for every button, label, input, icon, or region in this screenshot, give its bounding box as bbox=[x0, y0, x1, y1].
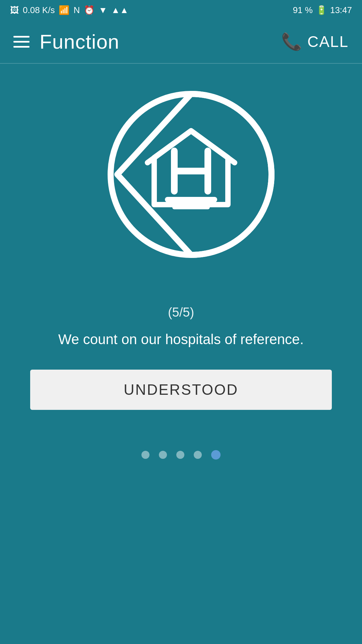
page-title: Function bbox=[40, 30, 119, 53]
phone-icon: 📞 bbox=[281, 32, 303, 51]
signal-icon: ▲▲ bbox=[111, 5, 128, 15]
dot-1[interactable] bbox=[141, 451, 149, 459]
text-section: (5/5) We count on our hospitals of refer… bbox=[32, 305, 330, 370]
main-content: (5/5) We count on our hospitals of refer… bbox=[0, 64, 362, 644]
network-speed: 0.08 K/s bbox=[23, 5, 55, 15]
status-bar: 🖼 0.08 K/s 📶 N ⏰ ▼ ▲▲ 91 % 🔋 13:47 bbox=[0, 0, 362, 20]
dot-3[interactable] bbox=[176, 451, 184, 459]
battery-icon: 🔋 bbox=[316, 5, 327, 15]
wifi-icon: ▼ bbox=[99, 5, 107, 15]
slide-description: We count on our hospitals of reference. bbox=[58, 330, 304, 350]
nav-bar: Function 📞 CALL bbox=[0, 20, 362, 64]
status-right: 91 % 🔋 13:47 bbox=[293, 5, 352, 15]
photo-icon: 🖼 bbox=[10, 5, 19, 15]
status-left: 🖼 0.08 K/s 📶 N ⏰ ▼ ▲▲ bbox=[10, 5, 128, 15]
battery-percent: 91 % bbox=[293, 5, 313, 15]
nfc-icon: N bbox=[73, 5, 80, 15]
dot-5-active[interactable] bbox=[211, 450, 221, 460]
hospital-logo bbox=[84, 84, 278, 278]
dot-4[interactable] bbox=[194, 451, 202, 459]
clock: 13:47 bbox=[330, 5, 352, 15]
alarm-icon: ⏰ bbox=[84, 5, 95, 15]
nav-left: Function bbox=[13, 30, 119, 53]
slide-counter: (5/5) bbox=[58, 305, 304, 320]
understood-label: UNDERSTOOD bbox=[124, 381, 238, 398]
dot-2[interactable] bbox=[159, 451, 167, 459]
understood-button[interactable]: UNDERSTOOD bbox=[30, 370, 332, 410]
dots-container bbox=[141, 450, 221, 460]
menu-button[interactable] bbox=[13, 36, 29, 48]
call-button[interactable]: 📞 CALL bbox=[281, 32, 349, 51]
call-label: CALL bbox=[307, 33, 349, 51]
logo-container bbox=[84, 84, 278, 278]
bluetooth-icon: 📶 bbox=[59, 5, 69, 15]
